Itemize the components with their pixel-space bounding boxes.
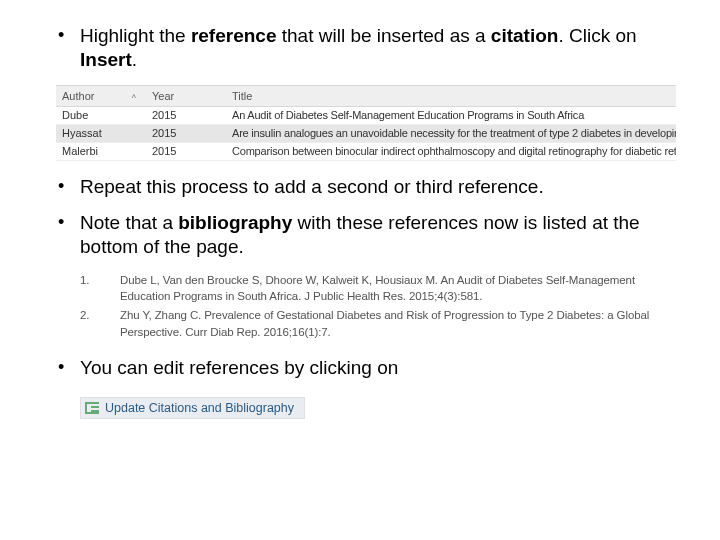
bibliography-number: 1.: [80, 272, 120, 305]
slide-content: Highlight the reference that will be ins…: [0, 0, 720, 439]
bibliography-list: 1. Dube L, Van den Broucke S, Dhoore W, …: [80, 272, 680, 341]
table-row[interactable]: Malerbi 2015 Comparison between binocula…: [56, 143, 676, 161]
bold-bibliography: bibliography: [178, 212, 292, 233]
text: that will be inserted as a: [276, 25, 490, 46]
sort-indicator-icon: ^: [132, 93, 136, 103]
reference-table-header: Author ^ Year Title: [56, 85, 676, 107]
bibliography-item: 2. Zhu Y, Zhang C. Prevalence of Gestati…: [80, 307, 680, 340]
text: Note that a: [80, 212, 178, 233]
cell-author: Dube: [56, 109, 146, 121]
bullet-highlight-reference: Highlight the reference that will be ins…: [56, 24, 680, 73]
cell-title: Comparison between binocular indirect op…: [226, 145, 676, 157]
update-icon: [85, 402, 99, 414]
update-citations-label: Update Citations and Bibliography: [105, 401, 294, 415]
col-header-author[interactable]: Author ^: [56, 90, 146, 102]
table-row[interactable]: Hyassat 2015 Are insulin analogues an un…: [56, 125, 676, 143]
cell-year: 2015: [146, 109, 226, 121]
bibliography-text: Dube L, Van den Broucke S, Dhoore W, Kal…: [120, 272, 680, 305]
bold-citation: citation: [491, 25, 559, 46]
bibliography-item: 1. Dube L, Van den Broucke S, Dhoore W, …: [80, 272, 680, 305]
bold-reference: reference: [191, 25, 277, 46]
bullet-edit-references: You can edit references by clicking on: [56, 356, 680, 380]
cell-author: Malerbi: [56, 145, 146, 157]
text: Highlight the: [80, 25, 191, 46]
bullet-list: Highlight the reference that will be ins…: [56, 24, 680, 419]
reference-table-body: Dube 2015 An Audit of Diabetes Self-Mana…: [56, 107, 676, 161]
col-header-year[interactable]: Year: [146, 90, 226, 102]
cell-year: 2015: [146, 145, 226, 157]
text: . Click on: [558, 25, 636, 46]
cell-year: 2015: [146, 127, 226, 139]
cell-author: Hyassat: [56, 127, 146, 139]
reference-table: Author ^ Year Title Dube 2015 An Audit o…: [56, 85, 676, 161]
cell-title: Are insulin analogues an unavoidable nec…: [226, 127, 676, 139]
text: .: [132, 49, 137, 70]
table-row[interactable]: Dube 2015 An Audit of Diabetes Self-Mana…: [56, 107, 676, 125]
cell-title: An Audit of Diabetes Self-Management Edu…: [226, 109, 676, 121]
bibliography-number: 2.: [80, 307, 120, 340]
update-citations-button[interactable]: Update Citations and Bibliography: [80, 397, 305, 419]
bibliography-text: Zhu Y, Zhang C. Prevalence of Gestationa…: [120, 307, 680, 340]
bullet-note-bibliography: Note that a bibliography with these refe…: [56, 211, 680, 260]
bullet-repeat-process: Repeat this process to add a second or t…: [56, 175, 680, 199]
bold-insert: Insert: [80, 49, 132, 70]
col-header-label: Author: [62, 90, 94, 102]
col-header-title[interactable]: Title: [226, 90, 676, 102]
